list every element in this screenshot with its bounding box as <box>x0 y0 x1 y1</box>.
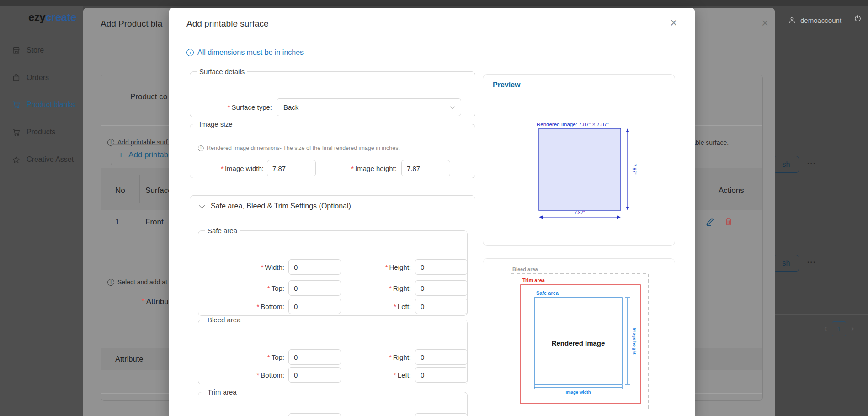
info-icon <box>186 49 194 56</box>
sidebar-item-store[interactable]: Store <box>0 41 83 59</box>
safe-bottom-label: *Bottom: <box>207 303 284 310</box>
bleed-left-label: *Left: <box>333 371 411 379</box>
pagination-page-1[interactable]: 1 <box>832 321 846 336</box>
sidebar-item-label: Creative Asset <box>27 155 74 164</box>
publish-button[interactable]: sh <box>773 255 799 272</box>
rendered-image-dim-label: Rendered Image: 7.87" × 7.87" <box>537 122 609 127</box>
cart-icon <box>12 101 21 109</box>
rendered-image-rect <box>539 128 621 210</box>
delete-surface-button[interactable] <box>723 216 734 229</box>
sidebar-item-label: Orders <box>27 74 49 82</box>
account-name: demoaccount <box>800 16 841 24</box>
pagination-prev[interactable]: ‹ <box>824 323 827 333</box>
logout-button[interactable] <box>853 14 862 25</box>
safe-right-input[interactable] <box>415 280 468 296</box>
image-size-info: Rendered Image dimensions- The size of t… <box>198 145 400 151</box>
trim-right-input[interactable] <box>415 413 468 416</box>
arrow-right-icon <box>617 216 621 219</box>
safe-height-label: *Height: <box>333 263 411 271</box>
bleed-area-fieldset: Bleed area *Top: *Right: *Bottom: *Left: <box>198 316 468 384</box>
sidebar-item-orders[interactable]: Orders <box>0 69 83 87</box>
app-logo: ezycreate <box>28 11 76 24</box>
chevron-down-icon <box>450 104 455 109</box>
more-actions-button[interactable]: ... <box>807 256 816 265</box>
row-divider <box>775 314 868 315</box>
add-printable-info-continued: able surface. <box>692 139 729 146</box>
bleed-area-legend: Bleed area <box>205 316 244 324</box>
image-width-diagram-label: Image width <box>566 389 591 395</box>
arrow-down-icon <box>626 207 629 210</box>
safe-bleed-trim-panel: Safe area, Bleed & Trim Settings (Option… <box>190 195 475 416</box>
bleed-left-input[interactable] <box>415 367 468 383</box>
sidebar-item-label: Products <box>27 128 55 136</box>
bleed-area-diagram-label: Bleed area <box>512 267 538 272</box>
star-icon <box>12 155 21 164</box>
preview-title: Preview <box>493 81 520 89</box>
account-menu[interactable]: demoaccount <box>788 14 841 27</box>
sidebar <box>0 6 83 416</box>
width-dimension: 7.87" <box>574 210 585 215</box>
sidebar-item-product-blanks[interactable]: Product blanks <box>0 96 83 114</box>
publish-button[interactable]: sh <box>773 156 799 173</box>
sidebar-item-label: Store <box>27 46 44 54</box>
attribute-column-header: Attribute <box>115 355 143 363</box>
sidebar-item-creative-asset[interactable]: Creative Asset <box>0 150 83 169</box>
trim-area-legend: Trim area <box>205 388 240 396</box>
areas-diagram-panel: Bleed area Trim area Safe area Rendered … <box>483 258 675 416</box>
column-divider <box>139 175 140 203</box>
safe-bleed-trim-collapse-header[interactable]: Safe area, Bleed & Trim Settings (Option… <box>190 196 475 217</box>
column-header-actions: Actions <box>719 186 744 195</box>
logo-create: create <box>45 11 76 23</box>
trim-area-diagram-label: Trim area <box>522 277 545 283</box>
arrow-left-icon <box>539 216 543 219</box>
surface-modal-title: Add printable surface <box>186 19 269 29</box>
top-strip <box>0 0 868 6</box>
image-size-legend: Image size <box>197 120 235 128</box>
bleed-top-label: *Top: <box>207 353 284 361</box>
blank-modal-title: Add Product bla <box>101 19 162 29</box>
trim-area-fieldset: Trim area *Top: *Right: <box>198 388 468 416</box>
image-height-label: *Image height: <box>324 165 397 172</box>
surface-details-fieldset: Surface details *Surface type: Back <box>190 68 475 117</box>
safe-area-legend: Safe area <box>205 227 240 235</box>
surface-type-label: *Surface type: <box>190 103 272 111</box>
rendered-image-center-label: Rendered Image <box>552 339 605 347</box>
surface-type-select[interactable]: Back <box>277 98 461 116</box>
safe-width-label: *Width: <box>207 263 284 271</box>
column-header-surface: Surface <box>145 186 172 195</box>
pagination-next[interactable]: › <box>851 323 854 333</box>
image-width-input[interactable] <box>267 160 316 176</box>
blank-modal-close-button[interactable]: × <box>761 17 768 29</box>
image-width-label: *Image width: <box>191 165 264 172</box>
safe-area-fieldset: Safe area *Width: *Height: *Top: *Right:… <box>198 227 468 316</box>
user-icon <box>788 16 796 24</box>
power-icon <box>853 14 862 23</box>
rendered-image-diagram: Rendered Image: 7.87" × 7.87" 7.87" 7.87… <box>491 100 666 239</box>
safe-height-input[interactable] <box>415 259 468 275</box>
table-row-surface: Front <box>145 218 164 227</box>
image-size-fieldset: Image size Rendered Image dimensions- Th… <box>190 120 475 178</box>
edit-surface-button[interactable] <box>705 216 716 229</box>
sidebar-item-products[interactable]: Products <box>0 123 83 141</box>
surface-modal-close-button[interactable]: × <box>670 17 677 29</box>
safe-left-label: *Left: <box>333 303 411 310</box>
bleed-right-input[interactable] <box>415 349 468 365</box>
add-printable-surface-modal: Add printable surface × All dimensions m… <box>169 8 695 416</box>
table-row-no: 1 <box>115 218 119 227</box>
column-header-no: No <box>115 186 125 195</box>
image-height-input[interactable] <box>401 160 450 176</box>
preview-panel: Preview Rendered Image: 7.87" × 7.87" 7.… <box>483 74 675 246</box>
info-icon <box>198 145 204 151</box>
info-icon <box>107 279 114 286</box>
orders-bag-icon <box>12 74 21 82</box>
more-actions-button[interactable]: ... <box>807 158 816 166</box>
bleed-right-label: *Right: <box>333 353 411 361</box>
safe-left-input[interactable] <box>415 299 468 314</box>
row-divider <box>775 213 868 213</box>
select-attribute-info: Select and add at <box>107 278 167 286</box>
attribute-label: *Attribu <box>142 297 169 306</box>
store-icon <box>12 46 21 55</box>
cart-icon <box>12 128 21 137</box>
plus-icon: + <box>118 150 123 160</box>
safe-top-label: *Top: <box>207 284 284 292</box>
